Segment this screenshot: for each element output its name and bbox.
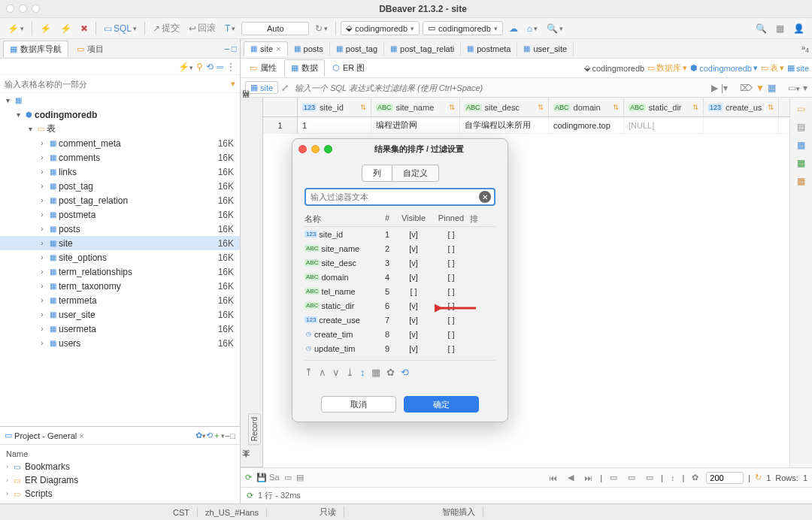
tree-table-termmeta[interactable]: ›▦termmeta16K bbox=[0, 293, 240, 307]
link-editor-icon[interactable]: ⟲ bbox=[206, 62, 214, 72]
user-icon[interactable]: 👤 bbox=[790, 22, 807, 35]
page-size-input[interactable] bbox=[706, 472, 744, 484]
dialog-tab-custom[interactable]: 自定义 bbox=[392, 165, 439, 182]
filter-expression-input[interactable] bbox=[292, 82, 708, 94]
database-dropdown[interactable]: ▭ codingmoredb ▾ bbox=[423, 21, 503, 35]
tree-table-post_tag[interactable]: ›▦post_tag16K bbox=[0, 179, 240, 193]
project-item-bookmarks[interactable]: ›▭Bookmarks bbox=[6, 460, 234, 473]
disconnect-all-icon[interactable]: ✖ bbox=[77, 22, 91, 35]
editor-tab-posts[interactable]: ▦posts bbox=[288, 41, 330, 56]
record-vertical-tab[interactable]: Record bbox=[248, 413, 261, 445]
cell-static-dir[interactable]: [NULL] bbox=[624, 117, 704, 133]
expand-icon[interactable]: ⤢ bbox=[281, 83, 289, 93]
column-header-create_us[interactable]: 123create_us⇅ bbox=[704, 98, 779, 116]
refresh-icon[interactable]: ⟳ bbox=[245, 473, 252, 482]
new-connection-icon[interactable]: ⚡▾ bbox=[5, 22, 27, 35]
panel-calc-icon[interactable]: ▦ bbox=[795, 138, 808, 152]
close-project-icon[interactable]: × bbox=[79, 431, 83, 440]
bc-conn[interactable]: ⬙ codingmoredb bbox=[584, 63, 644, 73]
table-name-button[interactable]: ▦ site bbox=[245, 81, 278, 94]
sort-settings-icon[interactable]: ▦ bbox=[768, 83, 776, 93]
panel-refs-icon[interactable]: ▦ bbox=[795, 174, 808, 188]
subtab-er[interactable]: ⬡ER 图 bbox=[326, 60, 371, 76]
subtab-properties[interactable]: ▭属性 bbox=[244, 60, 283, 76]
panel-value-icon[interactable]: ▭ bbox=[795, 102, 808, 116]
minimize-window-icon[interactable] bbox=[19, 5, 27, 13]
tree-table-user_site[interactable]: ›▦user_site16K bbox=[0, 307, 240, 322]
dialog-clear-icon[interactable]: ✕ bbox=[479, 191, 491, 203]
tree-table-usermeta[interactable]: ›▦usermeta16K bbox=[0, 322, 240, 336]
project-min-icon[interactable]: ‒ bbox=[225, 431, 230, 440]
project-gear-icon[interactable]: ✿▾ bbox=[195, 431, 206, 440]
cancel-changes-icon[interactable]: ▭ bbox=[284, 473, 292, 482]
perspective-icon[interactable]: ▦ bbox=[773, 22, 787, 35]
delete-row-icon[interactable]: ▭ bbox=[643, 473, 656, 482]
tree-table-site[interactable]: ›▦site16K bbox=[0, 236, 240, 250]
tree-table-posts[interactable]: ›▦posts16K bbox=[0, 222, 240, 236]
editor-tab-post_tag[interactable]: ▦post_tag bbox=[330, 41, 384, 56]
search-dropdown-icon[interactable]: 🔍▾ bbox=[544, 22, 566, 35]
tx-settings-icon[interactable]: T ▾ bbox=[222, 22, 238, 35]
move-bottom-icon[interactable]: ⤓ bbox=[346, 367, 354, 378]
column-header-site_name[interactable]: ABCsite_name⇅ bbox=[371, 98, 460, 116]
show-all-icon[interactable]: ▦ bbox=[371, 367, 380, 378]
column-row-site_name[interactable]: ABCsite_name2[v][ ] bbox=[304, 241, 495, 255]
ok-button[interactable]: 确定 bbox=[404, 396, 479, 413]
column-header-site_id[interactable]: 123site_id⇅ bbox=[298, 98, 371, 116]
tree-table-users[interactable]: ›▦users16K bbox=[0, 336, 240, 350]
panels-menu-icon[interactable]: ▾ bbox=[803, 83, 807, 93]
zoom-window-icon[interactable] bbox=[32, 5, 40, 13]
editor-tab-user_site[interactable]: ▦user_site bbox=[517, 41, 574, 56]
column-header-domain[interactable]: ABCdomain⇅ bbox=[549, 98, 624, 116]
tree-table-term_relationships[interactable]: ›▦term_relationships16K bbox=[0, 265, 240, 279]
duplicate-row-icon[interactable]: ▭ bbox=[625, 473, 638, 482]
minimize-panel-icon[interactable]: ‒ bbox=[224, 44, 230, 54]
column-row-create_use[interactable]: 123create_use7[v][ ] bbox=[304, 313, 495, 327]
bc-table[interactable]: ▦ site bbox=[787, 63, 809, 73]
cancel-button[interactable]: 取消 bbox=[321, 396, 396, 413]
project-tab[interactable]: ▭项目 bbox=[70, 41, 111, 57]
column-row-domain[interactable]: ABCdomain4[v][ ] bbox=[304, 270, 495, 284]
reload-icon[interactable]: ⟲ bbox=[401, 367, 409, 378]
apply-filter-icon[interactable]: ▶ bbox=[711, 83, 718, 93]
editor-tab-post_tag_relati[interactable]: ▦post_tag_relati bbox=[384, 41, 461, 56]
dialog-minimize-icon[interactable] bbox=[311, 145, 320, 153]
column-row-site_desc[interactable]: ABCsite_desc3[v][ ] bbox=[304, 255, 495, 270]
column-row-site_id[interactable]: 123site_id1[v][ ] bbox=[304, 227, 495, 241]
search-icon[interactable]: 🔍 bbox=[753, 22, 770, 35]
project-item-er-diagrams[interactable]: ›▭ER Diagrams bbox=[6, 473, 234, 487]
panel-text-icon[interactable]: ▤ bbox=[795, 120, 808, 134]
nav-filter-input[interactable] bbox=[5, 80, 231, 89]
tree-tables-folder[interactable]: ▾▭表 bbox=[0, 122, 240, 136]
filter-history-icon[interactable]: |▾ bbox=[721, 83, 728, 93]
project-add-icon[interactable]: ＋▾ bbox=[213, 430, 225, 441]
cell-site-id[interactable]: 1 bbox=[298, 117, 371, 133]
project-max-icon[interactable]: □ bbox=[230, 431, 235, 440]
column-row-tel_name[interactable]: ABCtel_name5[ ][ ] bbox=[304, 284, 495, 298]
sort-icon[interactable]: ↕ bbox=[668, 473, 678, 482]
column-header-static_dir[interactable]: ABCstatic_dir⇅ bbox=[624, 98, 704, 116]
tree-table-links[interactable]: ›▦links16K bbox=[0, 165, 240, 179]
tree-table-postmeta[interactable]: ›▦postmeta16K bbox=[0, 207, 240, 222]
subtab-data[interactable]: ▦数据 bbox=[284, 59, 325, 77]
panels-icon[interactable]: ▭▾ bbox=[788, 83, 800, 93]
grid-data-row[interactable]: 1 1 编程进阶网 自学编程以来所用 codingmore.top [NULL] bbox=[263, 117, 789, 134]
cell-domain[interactable]: codingmore.top bbox=[549, 117, 624, 133]
editor-tab-site[interactable]: ▦site× bbox=[244, 41, 288, 56]
dialog-close-icon[interactable] bbox=[298, 145, 307, 153]
rollback-button[interactable]: ↩ 回滚 bbox=[186, 20, 219, 36]
save-button[interactable]: 💾 Sa bbox=[256, 473, 280, 482]
commit-button[interactable]: ↗ 提交 bbox=[150, 20, 183, 36]
dialog-search-input[interactable] bbox=[309, 191, 479, 203]
column-header-site_desc[interactable]: ABCsite_desc⇅ bbox=[460, 98, 549, 116]
cell-site-desc[interactable]: 自学编程以来所用 bbox=[460, 117, 549, 133]
maximize-panel-icon[interactable]: □ bbox=[232, 44, 237, 54]
bc-tables[interactable]: ▭ 表 ▾ bbox=[761, 62, 784, 74]
editor-tab-postmeta[interactable]: ▦postmeta bbox=[461, 41, 517, 56]
custom-filter-icon[interactable]: ▼ bbox=[756, 83, 765, 93]
dialog-tab-columns[interactable]: 列 bbox=[362, 165, 392, 182]
dialog-zoom-icon[interactable] bbox=[324, 145, 332, 153]
fetch-rows-icon[interactable]: ↻ bbox=[755, 473, 762, 482]
funnel-icon[interactable]: ▾ bbox=[231, 79, 235, 89]
move-top-icon[interactable]: ⤒ bbox=[304, 367, 313, 378]
